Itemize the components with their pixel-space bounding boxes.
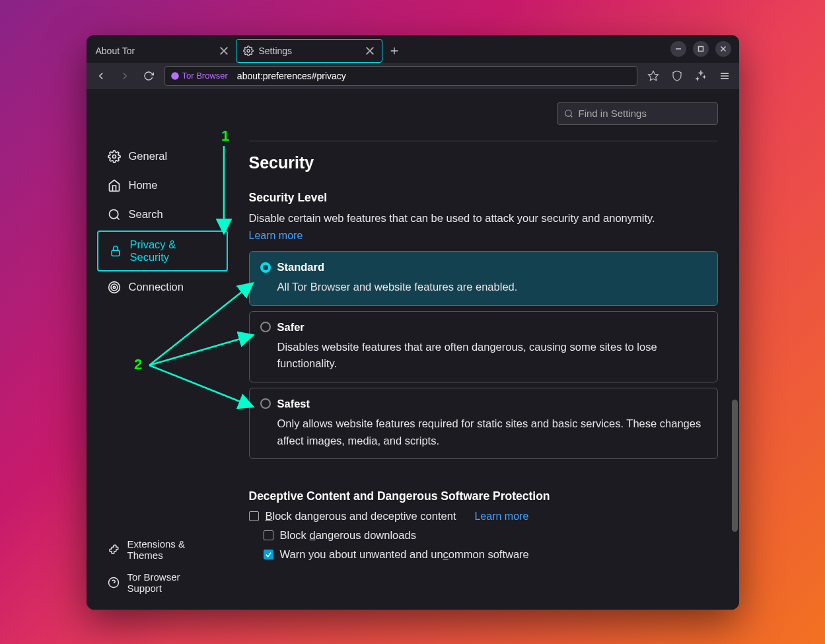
checkbox-block-deceptive[interactable] — [249, 511, 259, 521]
url-identity-block[interactable]: Tor Browser — [165, 67, 233, 85]
sidebar-extensions-themes[interactable]: Extensions & Themes — [97, 533, 228, 566]
gear-icon — [243, 46, 254, 56]
radio-button-icon — [260, 398, 271, 409]
svg-point-17 — [109, 209, 118, 218]
tabstrip: About Tor Settings — [87, 35, 739, 63]
sidebar-label: Home — [129, 179, 158, 192]
sidebar-footer-label: Extensions & Themes — [127, 538, 217, 561]
sidebar-label: Privacy & Security — [130, 238, 216, 264]
security-level-heading: Security Level — [249, 191, 718, 205]
sidebar-item-home[interactable]: Home — [97, 172, 228, 199]
app-menu-button[interactable] — [714, 65, 735, 87]
svg-rect-8 — [698, 46, 703, 51]
back-button[interactable] — [90, 65, 112, 87]
section-divider — [249, 141, 718, 141]
url-bar[interactable]: Tor Browser about:preferences#privacy — [164, 66, 637, 86]
find-in-settings-input[interactable] — [579, 108, 711, 119]
new-identity-button[interactable] — [690, 65, 711, 87]
url-prefix-label: Tor Browser — [182, 71, 228, 81]
maximize-button[interactable] — [693, 41, 709, 57]
checkbox-label: Warn you about unwanted and uncommon sof… — [280, 548, 529, 561]
tab-about-tor[interactable]: About Tor — [89, 39, 236, 63]
checkbox-warn-uncommon[interactable] — [264, 550, 273, 559]
sidebar-label: Search — [129, 208, 163, 221]
sidebar-label: Connection — [129, 281, 184, 293]
svg-point-16 — [112, 155, 116, 158]
svg-line-26 — [570, 115, 572, 117]
sidebar-label: General — [129, 150, 168, 162]
svg-line-18 — [116, 217, 119, 219]
learn-more-link[interactable]: Learn more — [249, 230, 303, 241]
tab-label: About Tor — [96, 46, 135, 56]
toolbar: Tor Browser about:preferences#privacy — [87, 63, 739, 89]
radio-description: All Tor Browser and website features are… — [260, 279, 707, 296]
url-text: about:preferences#privacy — [233, 71, 346, 81]
search-icon — [564, 109, 573, 118]
content-area: General Home Search Privacy & Security C… — [87, 89, 739, 610]
radio-description: Disables website features that are often… — [260, 339, 707, 373]
reload-button[interactable] — [138, 65, 159, 87]
sidebar-item-general[interactable]: General — [97, 143, 228, 170]
close-icon[interactable] — [219, 46, 229, 56]
svg-point-25 — [565, 110, 571, 116]
security-level-radiogroup: Standard All Tor Browser and website fea… — [249, 251, 718, 459]
radio-button-icon — [260, 262, 271, 273]
svg-marker-12 — [648, 71, 658, 80]
scrollbar[interactable] — [732, 400, 738, 532]
security-heading: Security — [249, 153, 718, 172]
radio-description: Only allows website features required fo… — [260, 415, 707, 449]
sidebar-tor-support[interactable]: Tor Browser Support — [97, 566, 228, 599]
radio-label: Safer — [277, 321, 305, 334]
forward-button[interactable] — [114, 65, 135, 87]
radio-button-icon — [260, 322, 271, 332]
security-level-standard[interactable]: Standard All Tor Browser and website fea… — [249, 251, 718, 306]
tab-settings[interactable]: Settings — [236, 39, 382, 63]
checkbox-label: Block dangerous and deceptive content — [266, 510, 456, 522]
sidebar-footer-label: Tor Browser Support — [127, 571, 217, 594]
svg-point-22 — [113, 286, 115, 288]
checkbox-label: Block dangerous downloads — [280, 529, 416, 542]
sidebar: General Home Search Privacy & Security C… — [87, 89, 238, 610]
deceptive-content-heading: Deceptive Content and Dangerous Software… — [249, 489, 718, 503]
security-level-safer[interactable]: Safer Disables website features that are… — [249, 311, 718, 382]
security-level-safest[interactable]: Safest Only allows website features requ… — [249, 388, 718, 459]
sidebar-item-connection[interactable]: Connection — [97, 274, 228, 301]
security-level-description: Disable certain web features that can be… — [249, 212, 655, 224]
svg-point-2 — [247, 50, 250, 52]
svg-rect-19 — [112, 250, 120, 256]
close-icon[interactable] — [365, 46, 375, 56]
minimize-button[interactable] — [670, 41, 686, 57]
sidebar-item-privacy-security[interactable]: Privacy & Security — [97, 231, 228, 271]
bookmark-button[interactable] — [643, 65, 664, 87]
shield-icon[interactable] — [666, 65, 688, 87]
svg-point-11 — [171, 72, 179, 80]
find-in-settings-bar[interactable] — [557, 102, 718, 125]
new-tab-button[interactable] — [382, 39, 406, 63]
svg-point-21 — [111, 284, 118, 291]
browser-window: About Tor Settings — [87, 35, 739, 610]
learn-more-link[interactable]: Learn more — [474, 511, 528, 522]
tab-label: Settings — [259, 46, 293, 56]
window-controls — [670, 41, 736, 57]
radio-label: Standard — [277, 261, 325, 273]
close-button[interactable] — [715, 41, 731, 57]
sidebar-item-search[interactable]: Search — [97, 201, 228, 228]
radio-label: Safest — [277, 398, 310, 410]
main-panel: Security Security Level Disable certain … — [238, 89, 739, 610]
checkbox-block-downloads[interactable] — [264, 530, 273, 540]
deceptive-content-section: Deceptive Content and Dangerous Software… — [249, 489, 718, 561]
